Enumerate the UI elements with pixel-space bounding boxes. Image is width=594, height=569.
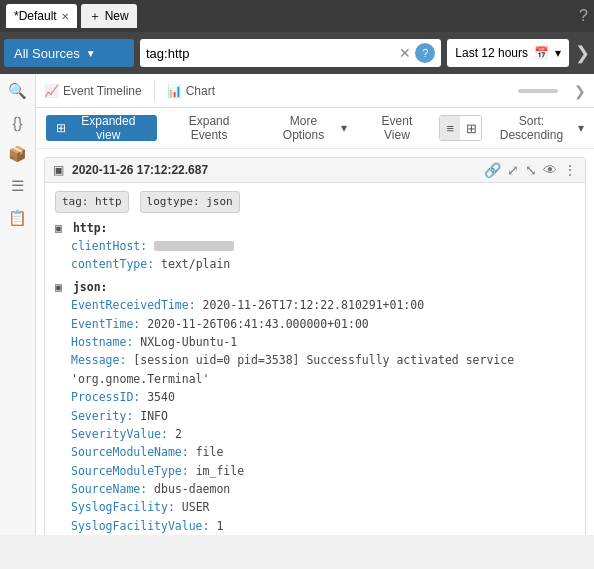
- contentType-value: text/plain: [161, 257, 230, 271]
- EventTime-key: EventTime:: [71, 317, 140, 331]
- contentType-row: contentType: text/plain: [71, 255, 575, 273]
- tab-default[interactable]: *Default ✕: [6, 4, 77, 28]
- event-timeline-tab[interactable]: 📈 Event Timeline: [44, 84, 142, 98]
- SourceModuleType-val: im_file: [196, 464, 244, 478]
- view-toggle-group: ≡ ⊞: [439, 115, 482, 141]
- time-label: Last 12 hours: [455, 46, 528, 60]
- SourceName-key: SourceName:: [71, 482, 147, 496]
- source-arrow-icon: ▼: [86, 48, 96, 59]
- tab-new[interactable]: ＋ New: [81, 4, 137, 28]
- time-next-icon[interactable]: ❯: [575, 42, 590, 64]
- log-timestamp: 2020-11-26 17:12:22.687: [72, 163, 208, 177]
- link-icon[interactable]: 🔗: [484, 162, 501, 178]
- time-picker[interactable]: Last 12 hours 📅 ▾: [447, 39, 569, 67]
- http-collapse-icon[interactable]: ▣: [55, 221, 62, 235]
- expanded-view-button[interactable]: ⊞ Expanded view: [46, 115, 157, 141]
- EventReceivedTime-val: 2020-11-26T17:12:22.810291+01:00: [203, 298, 425, 312]
- expanded-view-label: Expanded view: [70, 114, 147, 142]
- contentType-key: contentType:: [71, 257, 154, 271]
- notes-sidebar-icon[interactable]: 📋: [8, 209, 27, 227]
- compress-icon[interactable]: ⤡: [525, 162, 537, 178]
- sort-label: Sort: Descending: [488, 114, 575, 142]
- ProcessID-val: 3540: [147, 390, 175, 404]
- clientHost-row: clientHost:: [71, 237, 575, 255]
- Hostname-key: Hostname:: [71, 335, 133, 349]
- tab-default-close[interactable]: ✕: [61, 11, 69, 22]
- toolbar-divider: [154, 81, 155, 101]
- calendar-icon: 📅: [534, 46, 549, 60]
- SeverityValue-val: 2: [175, 427, 182, 441]
- log-collapse-icon[interactable]: ▣: [53, 163, 64, 177]
- chart-tab[interactable]: 📊 Chart: [167, 84, 215, 98]
- Message-key: Message:: [71, 353, 126, 367]
- expanded-view-icon: ⊞: [56, 121, 66, 135]
- tag-logtype-badge[interactable]: logtype: json: [140, 191, 240, 213]
- grid-view-button[interactable]: ⊞: [460, 116, 482, 140]
- chart-label: Chart: [186, 84, 215, 98]
- log-event-actions: 🔗 ⤢ ⤡ 👁 ⋮: [484, 162, 577, 178]
- top-bar: *Default ✕ ＋ New ?: [0, 0, 594, 32]
- event-view-button[interactable]: Event View: [361, 115, 434, 141]
- log-event-header: ▣ 2020-11-26 17:12:22.687 🔗 ⤢ ⤡ 👁 ⋮: [45, 158, 585, 183]
- EventReceivedTime-row: EventReceivedTime: 2020-11-26T17:12:22.8…: [71, 296, 575, 314]
- sort-arrow-icon: ▾: [578, 121, 584, 135]
- expand-events-button[interactable]: Expand Events: [163, 115, 256, 141]
- expand-icon[interactable]: ⤢: [507, 162, 519, 178]
- chart-icon: 📊: [167, 84, 182, 98]
- content-panel: 📈 Event Timeline 📊 Chart ❯ ⊞ Expanded vi…: [36, 74, 594, 535]
- sub-toolbar: 📈 Event Timeline 📊 Chart ❯: [36, 74, 594, 108]
- json-fields: EventReceivedTime: 2020-11-26T17:12:22.8…: [55, 296, 575, 535]
- view-toolbar: ⊞ Expanded view Expand Events More Optio…: [36, 108, 594, 149]
- SourceModuleName-row: SourceModuleName: file: [71, 443, 575, 461]
- Message-val: [session uid=0 pid=3538] Successfully ac…: [71, 353, 514, 385]
- Severity-key: Severity:: [71, 409, 133, 423]
- scroll-indicator: [518, 89, 558, 93]
- more-options-arrow-icon: ▾: [341, 121, 347, 135]
- Severity-val: INFO: [140, 409, 168, 423]
- list-view-button[interactable]: ≡: [440, 116, 460, 140]
- http-fields: clientHost: contentType: text/plain: [55, 237, 575, 274]
- left-sidebar: 🔍 {} 📦 ☰ 📋: [0, 74, 36, 535]
- Severity-row: Severity: INFO: [71, 407, 575, 425]
- expand-events-label: Expand Events: [171, 114, 248, 142]
- help-button[interactable]: ?: [579, 7, 588, 25]
- json-section: ▣ json:: [55, 278, 575, 296]
- timeline-icon: 📈: [44, 84, 59, 98]
- tag-row: tag: http logtype: json: [55, 191, 575, 213]
- Hostname-row: Hostname: NXLog-Ubuntu-1: [71, 333, 575, 351]
- sort-button[interactable]: Sort: Descending ▾: [488, 114, 584, 142]
- more-options-label: More Options: [269, 114, 337, 142]
- more-options-button[interactable]: More Options ▾: [261, 115, 354, 141]
- SyslogFacilityValue-row: SyslogFacilityValue: 1: [71, 517, 575, 535]
- SourceName-val: dbus-daemon: [154, 482, 230, 496]
- more-icon[interactable]: ⋮: [563, 162, 577, 178]
- saved-sidebar-icon[interactable]: 📦: [8, 145, 27, 163]
- main-content: 🔍 {} 📦 ☰ 📋 📈 Event Timeline 📊 Chart ❯ ⊞: [0, 74, 594, 535]
- tag-http-badge[interactable]: tag: http: [55, 191, 129, 213]
- eye-icon[interactable]: 👁: [543, 162, 557, 178]
- SyslogFacility-val: USER: [182, 500, 210, 514]
- search-sidebar-icon[interactable]: 🔍: [8, 82, 27, 100]
- collapse-panel-icon[interactable]: ❯: [574, 83, 586, 99]
- EventReceivedTime-key: EventReceivedTime:: [71, 298, 196, 312]
- event-view-label: Event View: [369, 114, 426, 142]
- search-input[interactable]: [146, 46, 395, 61]
- search-help-icon[interactable]: ?: [415, 43, 435, 63]
- SyslogFacilityValue-key: SyslogFacilityValue:: [71, 519, 209, 533]
- ProcessID-key: ProcessID:: [71, 390, 140, 404]
- EventTime-val: 2020-11-26T06:41:43.000000+01:00: [147, 317, 369, 331]
- ProcessID-row: ProcessID: 3540: [71, 388, 575, 406]
- menu-sidebar-icon[interactable]: ☰: [11, 177, 24, 195]
- Message-row: Message: [session uid=0 pid=3538] Succes…: [71, 351, 575, 388]
- Hostname-val: NXLog-Ubuntu-1: [140, 335, 237, 349]
- fields-sidebar-icon[interactable]: {}: [12, 114, 22, 131]
- log-body: tag: http logtype: json ▣ http: clientHo…: [45, 183, 585, 535]
- http-label: http:: [73, 221, 108, 235]
- clientHost-value-blurred: [154, 241, 234, 251]
- SourceModuleName-key: SourceModuleName:: [71, 445, 189, 459]
- search-clear-icon[interactable]: ✕: [399, 45, 411, 61]
- http-section: ▣ http:: [55, 219, 575, 237]
- EventTime-row: EventTime: 2020-11-26T06:41:43.000000+01…: [71, 315, 575, 333]
- source-dropdown[interactable]: All Sources ▼: [4, 39, 134, 67]
- json-collapse-icon[interactable]: ▣: [55, 280, 62, 294]
